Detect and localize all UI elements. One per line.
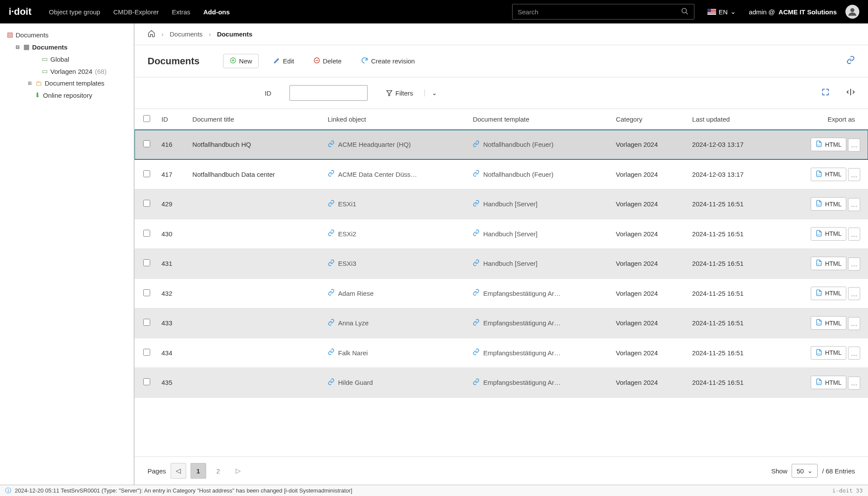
delete-button[interactable]: Delete — [309, 54, 346, 68]
col-title[interactable]: Document title — [187, 109, 322, 130]
permalink-button[interactable] — [846, 56, 855, 66]
table-row[interactable]: 432Adam RieseEmpfangsbestätigung Ar…Vorl… — [135, 278, 868, 308]
template-link[interactable]: Empfangsbestätigung Ar… — [473, 348, 560, 357]
export-html-button[interactable]: </>HTML — [811, 376, 846, 389]
crumb-documents-active[interactable]: Documents — [217, 30, 253, 38]
nav-extras[interactable]: Extras — [172, 8, 191, 16]
table-row[interactable]: 430ESXi2Handbuch [Server]Vorlagen 202420… — [135, 219, 868, 249]
export-more-button[interactable]: … — [848, 377, 860, 390]
prev-page-button[interactable]: ◁ — [171, 463, 186, 479]
tree-vorlagen-2024[interactable]: ▭ Vorlagen 2024 (68) — [24, 65, 127, 77]
cell-title: Notfallhandbuch Data center — [187, 159, 322, 189]
expand-icon[interactable]: ⊞ — [28, 80, 33, 86]
export-more-button[interactable]: … — [848, 228, 860, 241]
table-row[interactable]: 434Falk NareiEmpfangsbestätigung Ar…Vorl… — [135, 338, 868, 368]
template-link[interactable]: Handbuch [Server] — [473, 229, 537, 238]
linked-object-link[interactable]: Anna Lyze — [328, 319, 368, 327]
template-link[interactable]: Empfangsbestätigung Ar… — [473, 378, 560, 387]
tree-documents[interactable]: ⊟ ▦ Documents — [16, 41, 127, 53]
home-icon[interactable] — [148, 30, 155, 39]
export-more-button[interactable]: … — [848, 287, 860, 300]
row-checkbox[interactable] — [143, 170, 150, 177]
create-revision-button[interactable]: Create revision — [356, 54, 419, 68]
search-input[interactable] — [518, 8, 681, 16]
logo[interactable]: i·doit — [9, 6, 32, 17]
export-html-button[interactable]: </>HTML — [811, 138, 846, 151]
row-checkbox[interactable] — [143, 349, 150, 356]
export-more-button[interactable]: … — [848, 347, 860, 360]
export-more-button[interactable]: … — [848, 168, 860, 181]
export-more-button[interactable]: … — [848, 139, 860, 152]
crumb-documents[interactable]: Documents — [170, 30, 203, 38]
template-link[interactable]: Notfallhandbuch (Feuer) — [473, 170, 553, 179]
collapse-icon[interactable]: ⊟ — [16, 44, 21, 50]
export-html-button[interactable]: </>HTML — [811, 227, 846, 241]
page-1-button[interactable]: 1 — [191, 463, 206, 479]
template-link[interactable]: Empfangsbestätigung Ar… — [473, 289, 560, 298]
row-checkbox[interactable] — [143, 140, 150, 147]
nav-addons[interactable]: Add-ons — [203, 8, 230, 16]
table-row[interactable]: 429ESXi1Handbuch [Server]Vorlagen 202420… — [135, 189, 868, 219]
filters-button[interactable]: Filters — [386, 89, 413, 97]
linked-object-link[interactable]: Falk Narei — [328, 348, 368, 357]
nav-object-type-group[interactable]: Object type group — [49, 8, 100, 16]
template-link[interactable]: Handbuch [Server] — [473, 259, 537, 268]
tree-root-documents[interactable]: ▤ Documents — [7, 29, 127, 41]
table-row[interactable]: 431ESXi3Handbuch [Server]Vorlagen 202420… — [135, 249, 868, 279]
linked-object-link[interactable]: ACME Data Center Düss… — [328, 170, 417, 179]
export-more-button[interactable]: … — [848, 317, 860, 330]
row-checkbox[interactable] — [143, 319, 150, 326]
edit-button[interactable]: Edit — [269, 54, 299, 68]
table-row[interactable]: 433Anna LyzeEmpfangsbestätigung Ar…Vorla… — [135, 308, 868, 338]
export-html-button[interactable]: </>HTML — [811, 197, 846, 211]
export-html-button[interactable]: </>HTML — [811, 168, 846, 181]
linked-object-link[interactable]: ESXi1 — [328, 200, 356, 208]
export-html-button[interactable]: </>HTML — [811, 287, 846, 300]
template-link[interactable]: Notfallhandbuch (Feuer) — [473, 140, 553, 149]
table-row[interactable]: 435Hilde GuardEmpfangsbestätigung Ar…Vor… — [135, 368, 868, 398]
tree-document-templates[interactable]: ⊞ 🗀 Document templates — [16, 77, 127, 89]
new-button[interactable]: New — [223, 54, 259, 68]
page-size-select[interactable]: 50 ⌄ — [792, 464, 818, 478]
linked-object-link[interactable]: ESXi3 — [328, 259, 356, 268]
export-more-button[interactable]: … — [848, 198, 860, 211]
tree-global[interactable]: ▭ Global — [24, 53, 127, 65]
page-2-button[interactable]: 2 — [210, 463, 226, 479]
tree-online-repository[interactable]: ⬇ Online repository — [16, 89, 127, 101]
filters-dropdown[interactable]: ⌄ — [424, 89, 437, 96]
row-checkbox[interactable] — [143, 200, 150, 207]
next-page-button[interactable]: ▷ — [230, 463, 246, 479]
col-export[interactable]: Export as — [777, 109, 868, 130]
col-template[interactable]: Document template — [467, 109, 611, 130]
avatar[interactable] — [845, 5, 859, 19]
table-row[interactable]: 416Notfallhandbuch HQACME Headquarter (H… — [135, 130, 868, 160]
linked-object-link[interactable]: Adam Riese — [328, 289, 374, 298]
global-search[interactable] — [512, 4, 694, 20]
export-more-button[interactable]: … — [848, 258, 860, 271]
linked-object-link[interactable]: ESXi2 — [328, 229, 356, 238]
chevron-right-icon: ▷ — [236, 467, 241, 475]
row-checkbox[interactable] — [143, 230, 150, 237]
col-category[interactable]: Category — [611, 109, 687, 130]
id-filter-input[interactable] — [289, 85, 368, 101]
col-updated[interactable]: Last updated — [687, 109, 777, 130]
row-checkbox[interactable] — [143, 378, 150, 385]
select-all-checkbox[interactable] — [143, 115, 150, 122]
col-id[interactable]: ID — [156, 109, 187, 130]
row-checkbox[interactable] — [143, 289, 150, 296]
col-linked[interactable]: Linked object — [322, 109, 467, 130]
export-html-button[interactable]: </>HTML — [811, 316, 846, 330]
template-link[interactable]: Handbuch [Server] — [473, 200, 537, 208]
language-switch[interactable]: EN ⌄ — [707, 8, 736, 16]
export-html-button[interactable]: </>HTML — [811, 257, 846, 270]
linked-object-link[interactable]: ACME Headquarter (HQ) — [328, 140, 411, 149]
nav-cmdb-explorer[interactable]: CMDB-Explorer — [113, 8, 159, 16]
table-row[interactable]: 417Notfallhandbuch Data centerACME Data … — [135, 159, 868, 189]
export-html-button[interactable]: </>HTML — [811, 346, 846, 360]
fullscreen-button[interactable] — [821, 88, 830, 99]
template-link[interactable]: Empfangsbestätigung Ar… — [473, 319, 560, 327]
column-resize-button[interactable] — [846, 88, 855, 99]
linked-object-link[interactable]: Hilde Guard — [328, 378, 373, 387]
row-checkbox[interactable] — [143, 259, 150, 266]
user-area[interactable]: admin @ ACME IT Solutions — [749, 5, 859, 19]
